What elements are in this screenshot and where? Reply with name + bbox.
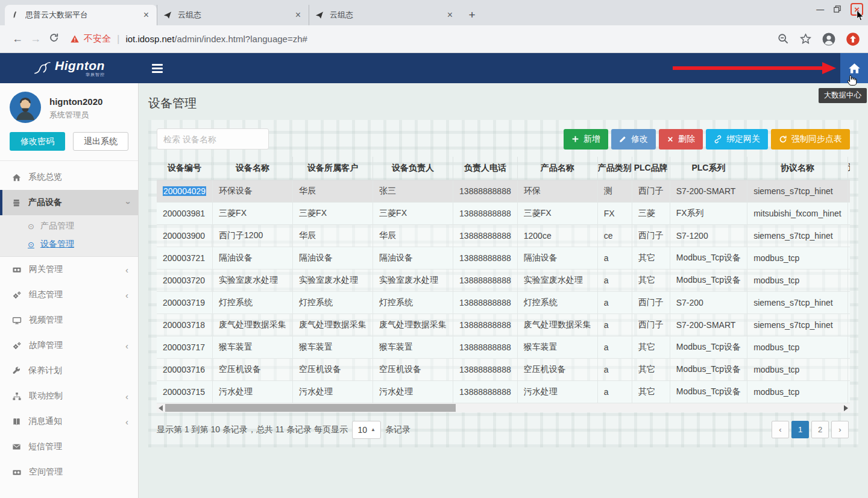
table-cell: 三菱FX [213,202,293,224]
table-cell: 废气处理数据采集 [213,314,293,336]
table-row[interactable]: 200003719灯控系统灯控系统灯控系统13888888888灯控系统a西门子… [157,291,850,314]
column-header[interactable]: PLC品牌 [632,157,670,180]
submenu-item[interactable]: ⊙设备管理 [0,235,138,253]
scrollbar-thumb[interactable] [165,404,456,412]
table-row[interactable]: 200003720实验室废水处理实验室废水处理实验室废水处理1388888888… [157,269,850,291]
reload-button[interactable] [45,33,63,46]
column-header[interactable]: 负责人电话 [453,157,518,180]
device-panel: 新增修改删除绑定网关强制同步点表 设备编号设备名称设备所属客户设备负责人负责人电… [148,120,858,447]
annotation-arrow [673,61,837,75]
url-field[interactable]: iot.idosp.net/admin/index.html?language=… [125,34,307,44]
chevron-left-icon: ‹ [125,391,128,402]
sidebar-item-4[interactable]: 组态管理‹ [0,282,138,307]
force-sync-button[interactable]: 强制同步点表 [771,129,850,150]
app: Hignton 华辰智控 大数据中心 hignton2020 系统管理员 修改密… [0,53,868,498]
table-row[interactable]: 200003715污水处理污水处理污水处理13888888888污水处理a其它M… [157,380,850,403]
profile-avatar-icon[interactable] [822,33,835,46]
table-cell: modbus_tcp [747,269,848,291]
bind-gateway-button[interactable]: 绑定网关 [706,129,768,150]
table-cell: modbus_tcp [747,247,848,269]
table-row[interactable]: 200003716空压机设备空压机设备空压机设备13888888888空压机设备… [157,358,850,380]
sidebar-item-2[interactable]: 产品设备‹ [0,190,138,215]
table-cell: 实验室废水处理 [517,269,597,291]
zoom-out-icon[interactable] [778,33,789,45]
tab-close-icon[interactable]: × [294,10,303,20]
table-row[interactable]: 200003981三菱FX三菱FX三菱FX13888888888三菱FXFX三菱… [157,202,850,224]
edit-button[interactable]: 修改 [611,129,656,150]
tab-close-icon[interactable]: × [445,10,454,20]
scroll-right-icon[interactable] [844,405,848,411]
table-cell: 空压机设备 [373,358,453,380]
browser-tab[interactable]: 云组态× [309,5,461,25]
horizontal-scrollbar[interactable] [157,403,850,412]
browser-update-icon[interactable] [846,33,860,46]
table-cell: 200003715 [157,380,213,403]
sidebar-item-9[interactable]: 消息通知‹ [0,409,138,434]
sidebar-item-1[interactable]: 系统总览 [0,165,138,190]
browser-tab[interactable]: 云组态× [157,5,309,25]
table-cell: 污水处理 [373,380,453,403]
sidebar-item-5[interactable]: 视频管理 [0,307,138,333]
logout-button[interactable]: 退出系统 [73,132,128,151]
sidebar-item-10[interactable]: 短信管理 [0,434,138,459]
minimize-button[interactable]: — [816,5,824,14]
column-header[interactable]: PLC系列 [670,157,747,180]
close-button[interactable]: × [851,3,863,16]
button-label: 新增 [583,134,600,145]
sidebar-item-label: 保养计划 [28,365,62,376]
sidebar-item-7[interactable]: 保养计划 [0,358,138,383]
page-button[interactable]: 2 [811,421,829,438]
table-cell: FX [597,202,632,224]
page-button[interactable]: 1 [791,421,809,438]
delete-button[interactable]: 删除 [659,129,703,150]
table-cell: 200003718 [157,314,213,336]
change-password-button[interactable]: 修改密码 [10,132,65,151]
new-tab-button[interactable]: + [463,6,481,24]
gateway-icon [12,265,29,274]
scroll-left-icon[interactable] [159,405,163,411]
book-icon [12,417,28,426]
column-header[interactable]: 设备所属客户 [293,157,373,180]
sidebar-item-3[interactable]: 网关管理‹ [0,257,138,282]
sidebar-item-11[interactable]: 空间管理 [0,459,138,485]
page-button[interactable]: › [831,421,849,438]
column-header[interactable]: 协议名称 [747,157,848,180]
table-row[interactable]: 200004029环保设备华辰张三13888888888环保测西门子S7-200… [157,180,850,202]
column-header[interactable]: 通讯方式 [848,157,850,180]
page-size-select[interactable]: 10 ▲ [352,421,381,439]
table-cell: 灯控系统 [213,291,293,314]
add-button[interactable]: 新增 [564,129,608,150]
table-cell: siemens_s7tcp_hinet [747,224,848,247]
sidebar-item-8[interactable]: 联动控制‹ [0,383,138,409]
column-header[interactable]: 设备负责人 [373,157,453,180]
sidebar-item-6[interactable]: 故障管理‹ [0,333,138,358]
back-button[interactable]: ← [8,33,27,45]
device-table-wrap: 设备编号设备名称设备所属客户设备负责人负责人电话产品名称产品类别PLC品牌PLC… [157,157,850,403]
tab-close-icon[interactable]: × [142,10,151,20]
column-header[interactable]: 设备名称 [213,157,293,180]
table-row[interactable]: 200003721隔油设备隔油设备隔油设备13888888888隔油设备a其它M… [157,247,850,269]
table-row[interactable]: 200003717猴车装置猴车装置猴车装置13888888888猴车装置a其它M… [157,336,850,358]
browser-tab[interactable]: 思普云大数据平台× [5,5,157,25]
table-cell: 空压机设备 [213,358,293,380]
submenu-item[interactable]: ⊙产品管理 [0,217,138,235]
table-cell: 空压机设备 [517,358,597,380]
table-cell: 华辰 [373,224,453,247]
bookmark-star-icon[interactable] [800,33,811,45]
restore-button[interactable] [834,5,841,13]
sidebar-menu: 系统总览产品设备‹⊙产品管理⊙设备管理网关管理‹组态管理‹视频管理故障管理‹保养… [0,161,138,485]
forward-button[interactable]: → [27,33,45,45]
column-header[interactable]: 产品类别 [597,157,632,180]
table-row[interactable]: 200003900西门子1200华辰华辰138888888881200cece西… [157,224,850,247]
table-row[interactable]: 200003718废气处理数据采集废气处理数据采集废气处理数据采集1388888… [157,314,850,336]
search-input[interactable] [157,128,269,150]
sidebar-toggle-button[interactable] [152,64,163,73]
column-header[interactable]: 产品名称 [517,157,597,180]
table-cell: 其它 [632,336,670,358]
table-cell: 猴车装置 [517,336,597,358]
column-header[interactable]: 设备编号 [157,157,213,180]
security-label: 不安全 [84,33,111,45]
page-button[interactable]: ‹ [772,421,789,438]
security-indicator[interactable]: 不安全 [70,33,111,45]
feather-icon [11,11,20,19]
